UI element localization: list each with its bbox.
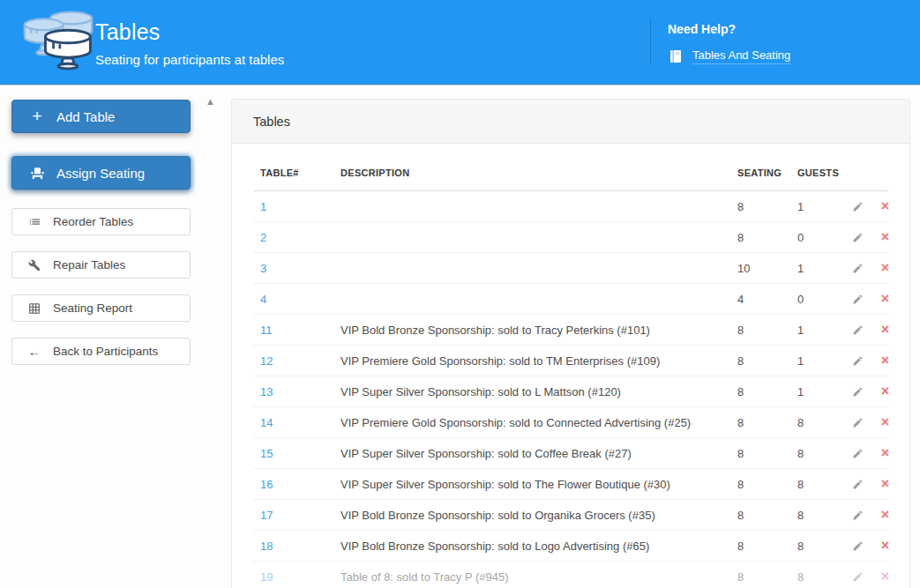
table-row: 1 8 1 × xyxy=(253,191,888,222)
guests-count: 0 xyxy=(797,222,852,253)
table-description: VIP Bold Bronze Sponsorship: sold to Tra… xyxy=(340,315,737,346)
delete-icon[interactable]: × xyxy=(881,446,889,460)
table-row: 3 10 1 × xyxy=(253,253,888,284)
delete-icon[interactable]: × xyxy=(881,477,889,491)
table-description: VIP Super Silver Sponsorship: sold to L … xyxy=(340,376,737,407)
guests-count: 1 xyxy=(797,376,852,407)
delete-icon[interactable]: × xyxy=(881,292,889,306)
table-row: 17 VIP Bold Bronze Sponsorship: sold to … xyxy=(253,500,888,531)
edit-icon[interactable] xyxy=(852,386,864,398)
chair-icon xyxy=(27,166,47,181)
edit-icon[interactable] xyxy=(852,417,864,428)
edit-icon[interactable] xyxy=(852,294,864,305)
table-row: 19 Table of 8: sold to Tracy P (#945) 8 … xyxy=(253,562,888,588)
delete-icon[interactable]: × xyxy=(881,415,889,429)
table-description: VIP Bold Bronze Sponsorship: sold to Log… xyxy=(340,531,737,562)
table-description: Table of 8: sold to Tracy P (#945) xyxy=(340,562,737,588)
page-subtitle: Seating for participants at tables xyxy=(95,52,284,67)
table-number-link[interactable]: 19 xyxy=(260,570,273,584)
app-window: Tables Seating for participants at table… xyxy=(0,0,920,588)
edit-icon[interactable] xyxy=(852,355,864,367)
back-to-participants-button[interactable]: ← Back to Participants xyxy=(11,338,191,365)
delete-icon[interactable]: × xyxy=(881,569,889,584)
table-number-link[interactable]: 12 xyxy=(260,354,273,368)
seating-count: 8 xyxy=(737,469,797,500)
guests-count: 8 xyxy=(797,562,852,588)
edit-icon[interactable] xyxy=(852,263,864,274)
add-table-button[interactable]: + Add Table xyxy=(11,100,191,133)
table-number-link[interactable]: 11 xyxy=(260,324,273,337)
col-header-description: DESCRIPTION xyxy=(340,144,737,191)
table-number-link[interactable]: 16 xyxy=(260,478,273,491)
list-icon xyxy=(25,215,44,228)
seating-count: 8 xyxy=(737,376,797,407)
seating-count: 8 xyxy=(737,191,797,222)
delete-icon[interactable]: × xyxy=(881,384,889,398)
table-number-link[interactable]: 2 xyxy=(260,231,266,244)
table-header-row: TABLE# DESCRIPTION SEATING GUESTS xyxy=(253,144,888,191)
table-number-link[interactable]: 4 xyxy=(260,293,266,306)
delete-icon[interactable]: × xyxy=(881,539,889,553)
repair-tables-button[interactable]: Repair Tables xyxy=(11,251,191,279)
seating-count: 8 xyxy=(737,562,797,588)
table-row: 12 VIP Premiere Gold Sponsorship: sold t… xyxy=(253,346,888,376)
table-row: 13 VIP Super Silver Sponsorship: sold to… xyxy=(253,376,888,407)
seating-count: 8 xyxy=(737,315,797,346)
table-description xyxy=(340,191,737,222)
table-number-link[interactable]: 13 xyxy=(260,385,273,398)
guests-count: 1 xyxy=(797,253,852,284)
edit-icon[interactable] xyxy=(852,571,864,583)
seating-count: 8 xyxy=(737,531,797,562)
table-row: 18 VIP Bold Bronze Sponsorship: sold to … xyxy=(253,531,888,562)
edit-icon[interactable] xyxy=(852,448,864,459)
seating-count: 8 xyxy=(737,500,797,531)
assign-seating-button[interactable]: Assign Seating xyxy=(11,156,191,190)
col-header-table-number: TABLE# xyxy=(253,144,340,191)
table-number-link[interactable]: 3 xyxy=(260,262,266,275)
assign-seating-label: Assign Seating xyxy=(56,166,145,181)
edit-icon[interactable] xyxy=(852,540,864,552)
table-number-link[interactable]: 1 xyxy=(260,200,266,213)
delete-icon[interactable]: × xyxy=(881,199,889,213)
need-help-title: Need Help? xyxy=(668,22,790,36)
tables-table: TABLE# DESCRIPTION SEATING GUESTS 1 8 1 xyxy=(253,144,888,588)
guests-count: 8 xyxy=(797,438,852,469)
col-header-actions xyxy=(852,144,888,191)
edit-icon[interactable] xyxy=(852,479,864,490)
guests-count: 1 xyxy=(797,315,852,346)
delete-icon[interactable]: × xyxy=(881,354,889,368)
table-row: 2 8 0 × xyxy=(253,222,888,253)
seating-count: 8 xyxy=(737,346,797,376)
guests-count: 8 xyxy=(797,500,852,531)
table-number-link[interactable]: 15 xyxy=(260,447,273,460)
delete-icon[interactable]: × xyxy=(881,508,889,522)
table-description: VIP Premiere Gold Sponsorship: sold to T… xyxy=(340,346,737,376)
tables-logo-icon xyxy=(23,5,93,79)
repair-tables-label: Repair Tables xyxy=(53,258,125,272)
table-number-link[interactable]: 14 xyxy=(260,416,273,429)
table-description: VIP Super Silver Sponsorship: sold to Th… xyxy=(340,469,737,500)
edit-icon[interactable] xyxy=(852,324,864,336)
seating-report-button[interactable]: Seating Report xyxy=(11,294,191,322)
reorder-tables-button[interactable]: Reorder Tables xyxy=(11,208,191,235)
guests-count: 8 xyxy=(797,407,852,438)
back-to-participants-label: Back to Participants xyxy=(53,345,158,358)
table-number-link[interactable]: 18 xyxy=(260,540,273,553)
edit-icon[interactable] xyxy=(852,232,864,243)
seating-count: 8 xyxy=(737,222,797,253)
delete-icon[interactable]: × xyxy=(881,230,889,244)
delete-icon[interactable]: × xyxy=(881,323,889,337)
table-number-link[interactable]: 17 xyxy=(260,509,273,522)
grid-icon xyxy=(25,302,44,315)
main-area: Tables TABLE# DESCRIPTION SEATING xyxy=(231,86,920,588)
help-link[interactable]: Tables And Seating xyxy=(692,48,790,64)
page-header: Tables Seating for participants at table… xyxy=(0,0,920,86)
edit-icon[interactable] xyxy=(852,510,864,521)
seating-count: 8 xyxy=(737,407,797,438)
edit-icon[interactable] xyxy=(852,201,864,212)
book-icon xyxy=(670,50,681,63)
delete-icon[interactable]: × xyxy=(881,261,889,275)
header-divider xyxy=(650,19,651,65)
table-row: 11 VIP Bold Bronze Sponsorship: sold to … xyxy=(253,315,888,346)
table-description xyxy=(340,253,737,284)
